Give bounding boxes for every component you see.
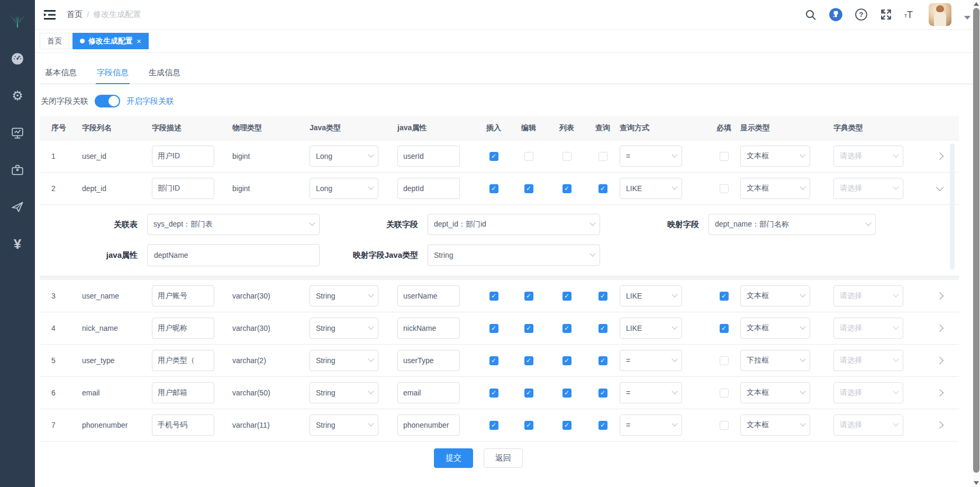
html-type-select[interactable]: 文本框 [740,382,810,403]
java-field-input[interactable] [397,318,460,339]
scroll-up-arrow[interactable] [974,2,979,6]
insert-checkbox[interactable] [489,389,498,398]
required-checkbox[interactable] [720,152,729,161]
query-checkbox[interactable] [598,292,607,301]
java-type-select[interactable]: String [310,285,378,306]
java-type-select[interactable]: String [310,382,378,403]
tab-field-info[interactable]: 字段信息 [96,61,130,84]
assoc-field-select[interactable]: dept_id：部门id [428,214,600,235]
html-type-select[interactable]: 文本框 [740,318,810,339]
expand-icon[interactable] [936,357,943,364]
required-checkbox[interactable] [720,324,729,333]
describe-input[interactable] [152,350,214,371]
edit-checkbox[interactable] [524,324,533,333]
expand-icon[interactable] [936,292,943,300]
expand-icon[interactable] [936,152,943,160]
list-checkbox[interactable] [562,389,571,398]
insert-checkbox[interactable] [489,356,498,365]
html-type-select[interactable]: 文本框 [740,178,810,199]
required-checkbox[interactable] [720,292,729,301]
sidebar-item-monitor[interactable] [0,114,35,151]
html-type-select[interactable]: 下拉框 [740,350,810,371]
java-field-input[interactable] [397,414,460,436]
query-type-select[interactable]: LIKE [620,285,682,306]
scrollbar-thumb[interactable] [973,8,979,473]
describe-input[interactable] [152,178,214,199]
sidebar-item-dashboard[interactable] [0,40,35,77]
dict-type-select[interactable]: 请选择 [833,350,903,371]
query-type-select[interactable]: LIKE [620,318,682,339]
query-checkbox[interactable] [598,389,607,398]
list-checkbox[interactable] [562,421,571,430]
describe-input[interactable] [152,382,214,403]
required-checkbox[interactable] [720,389,729,398]
sidebar-item-send[interactable] [0,188,35,226]
java-type-select[interactable]: Long [310,146,378,167]
edit-checkbox[interactable] [524,292,533,301]
java-field-input[interactable] [147,244,320,266]
describe-input[interactable] [152,285,214,306]
dict-type-select[interactable]: 请选择 [833,414,903,436]
html-type-select[interactable]: 文本框 [740,146,810,167]
scroll-down-arrow[interactable] [974,481,979,485]
user-menu-caret-icon[interactable] [964,16,970,20]
edit-checkbox[interactable] [524,184,533,193]
html-type-select[interactable]: 文本框 [740,285,810,306]
insert-checkbox[interactable] [489,324,498,333]
java-field-input[interactable] [397,285,460,306]
help-icon[interactable]: ? [855,8,868,21]
required-checkbox[interactable] [720,184,729,193]
list-checkbox[interactable] [562,184,571,193]
expand-icon[interactable] [936,421,943,429]
inner-scrollbar-thumb[interactable] [950,143,955,269]
query-checkbox[interactable] [598,324,607,333]
tab-generate-info[interactable]: 生成信息 [148,61,182,84]
query-type-select[interactable]: = [620,382,682,403]
describe-input[interactable] [152,146,214,167]
java-field-input[interactable] [397,178,460,199]
query-checkbox[interactable] [598,421,607,430]
java-type-select[interactable]: Long [310,178,378,199]
insert-checkbox[interactable] [489,152,498,161]
search-icon[interactable] [804,8,817,21]
field-relation-switch[interactable] [95,95,120,107]
user-avatar[interactable] [929,3,951,26]
describe-input[interactable] [152,414,214,436]
query-type-select[interactable]: = [620,146,682,167]
dict-type-select[interactable]: 请选择 [833,382,903,403]
required-checkbox[interactable] [720,421,729,430]
map-field-select[interactable]: dept_name：部门名称 [709,214,876,235]
query-type-select[interactable]: LIKE [620,178,682,199]
query-type-select[interactable]: = [620,414,682,436]
breadcrumb-home[interactable]: 首页 [67,10,83,20]
fullscreen-icon[interactable] [879,8,893,21]
github-icon[interactable] [829,7,843,22]
dict-type-select[interactable]: 请选择 [833,178,903,199]
describe-input[interactable] [152,318,214,339]
edit-checkbox[interactable] [524,389,533,398]
dict-type-select[interactable]: 请选择 [833,146,903,167]
tag-home[interactable]: 首页 [40,33,69,49]
edit-checkbox[interactable] [524,356,533,365]
dict-type-select[interactable]: 请选择 [833,318,903,339]
java-type-select[interactable]: String [310,414,378,436]
insert-checkbox[interactable] [489,292,498,301]
query-checkbox[interactable] [598,184,607,193]
insert-checkbox[interactable] [489,184,498,193]
expand-icon[interactable] [936,184,943,191]
edit-checkbox[interactable] [524,152,533,161]
dict-type-select[interactable]: 请选择 [833,285,903,306]
java-field-input[interactable] [397,382,460,403]
sidebar-item-briefcase[interactable] [0,151,35,188]
expand-icon[interactable] [936,324,943,332]
back-button[interactable]: 返回 [484,448,523,468]
close-icon[interactable]: × [137,37,141,46]
font-size-icon[interactable]: тT [904,10,913,20]
tab-basic-info[interactable]: 基本信息 [44,61,78,84]
query-checkbox[interactable] [598,152,607,161]
toggle-on-label[interactable]: 开启字段关联 [126,96,174,106]
list-checkbox[interactable] [562,292,571,301]
java-field-input[interactable] [397,146,460,167]
insert-checkbox[interactable] [489,421,498,430]
collapse-menu-icon[interactable] [43,9,56,21]
